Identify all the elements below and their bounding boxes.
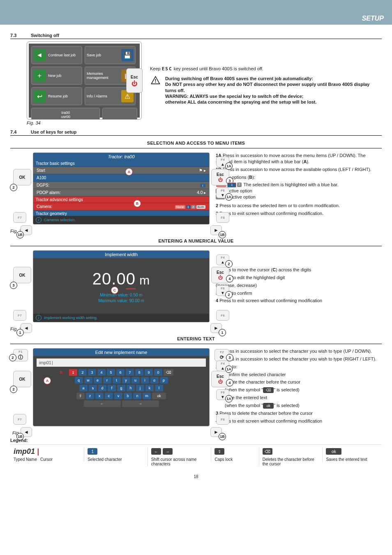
ok-button[interactable]: OK (13, 267, 31, 283)
arrow-left-icon: ← (84, 400, 121, 407)
block3-title: ENTERING TEXT (10, 336, 382, 341)
block2-desc: 1 Press to move the cursor (C) across th… (216, 250, 382, 305)
arrow-right-icon: → (122, 400, 159, 407)
fig35-caption: Fig. 35 (10, 229, 210, 234)
right-arrow-button[interactable]: ► (210, 427, 222, 437)
f2-button[interactable]: F2⟳ (214, 349, 229, 361)
shift-icon: ⇧ (214, 448, 224, 455)
esc-key[interactable]: Esc ⏻ (126, 68, 143, 93)
row-a100: A100 (33, 174, 209, 181)
dgps-badge: I (200, 184, 205, 187)
tile-resume-job: ↩Resume job (31, 87, 82, 105)
esc-button[interactable]: Esc⏻ (211, 267, 229, 283)
tile-implement (102, 108, 137, 120)
warning-triangle-icon: ! (150, 76, 161, 86)
backspace-icon: ⌫ (263, 387, 274, 393)
f1-button[interactable]: F1ⓘ (13, 349, 28, 361)
save-icon: 💾 (121, 49, 134, 61)
plus-icon: ＋ (33, 69, 46, 82)
fig36-screen: Implement width 20.00 m Minimum value: 0… (33, 250, 210, 322)
f7-button[interactable]: F7 (13, 414, 26, 425)
left-arrow-button[interactable]: ◄ (21, 323, 32, 333)
backspace-icon: ⌫ (263, 448, 272, 455)
fig34-screen: ◄Continue last job Save job💾 ＋New job Me… (27, 42, 142, 120)
f4-button[interactable]: F4▲ (216, 157, 229, 167)
kb-key: 1 (69, 369, 77, 376)
f6-button[interactable]: F6▼ (216, 187, 229, 198)
onscreen-keyboard: 1 2 3 4 5 6 7 8 9 0 ⌫ qwertyuiop (37, 369, 206, 407)
power-icon: ⏻ (218, 379, 223, 384)
fig36-caption: Fig. 36 (10, 326, 210, 331)
f4-button[interactable]: F4▲ (216, 254, 229, 265)
f8-button[interactable]: F8 (216, 310, 229, 321)
row-pdop: PDOP alarm:4.0 ▸ (33, 189, 209, 196)
chapter-title: SETUP (362, 15, 384, 22)
page-number: 18 (10, 474, 382, 479)
shift-icon: ⇧ (76, 393, 85, 399)
fig37-screen: Edit new implement name imp01| 1 2 3 4 5… (33, 348, 210, 426)
arrow-left-icon: ◄ (33, 49, 46, 61)
keep-esc-text: Keep ESC key pressed until Bravo 400S is… (150, 66, 382, 72)
tile-continue-job: ◄Continue last job (31, 46, 82, 64)
f8-button[interactable]: F8 (216, 212, 229, 223)
fig35-title: Tractor: tra00 (33, 153, 209, 160)
block2-title: ENTERING A NUMERICAL VALUE (10, 238, 382, 243)
info-icon: i (36, 315, 42, 321)
fig37-caption: Fig. 37 (12, 430, 210, 435)
section-7-4-head: 7.4 Use of keys for setup (10, 130, 382, 136)
info-icon: i (36, 217, 42, 223)
left-arrow-button[interactable]: ◄ (21, 225, 32, 235)
ok-button[interactable]: OK (13, 169, 31, 185)
arrow-right-icon: → (163, 448, 173, 455)
row-dgps: DGPS: I (33, 182, 209, 189)
power-icon: ⏻ (218, 177, 223, 182)
warning-block: ! During switching off Bravo 400S saves … (150, 76, 382, 105)
fig34-caption: Fig. 34 (27, 120, 142, 125)
right-arrow-button[interactable]: ► (210, 323, 222, 333)
f7-button[interactable]: F7 (13, 212, 26, 223)
section-7-3-head: 7.3 Switching off (10, 33, 382, 39)
right-arrow-button[interactable]: ► (210, 225, 222, 235)
section-num: 7.4 (10, 130, 23, 134)
power-icon: ⏻ (218, 275, 223, 280)
section-title: Switching off (31, 33, 59, 38)
fig35-screen: Tractor: tra00 Tractor basic settings St… (33, 153, 210, 224)
f7-button[interactable]: F7 (13, 310, 26, 321)
left-arrow-button[interactable]: ◄ (21, 427, 32, 437)
section-num: 7.3 (10, 33, 23, 38)
esc-inline: ESC (162, 66, 173, 72)
esc-button[interactable]: Esc⏻ (211, 169, 229, 185)
ok-button[interactable]: OK (13, 371, 31, 387)
row-camera: Camera: None12Both (33, 203, 209, 210)
row-start: Start⚑ ▸ (33, 167, 209, 174)
block1-desc: 1A Press in succession to move across th… (216, 153, 382, 218)
resume-icon: ↩ (33, 90, 46, 102)
tile-new-job: ＋New job (31, 67, 82, 85)
svg-text:!: ! (154, 78, 156, 84)
legend-row: imp01 | Typed Name Cursor 1 Selected cha… (10, 444, 382, 466)
numeric-value: 20.00 m (33, 258, 209, 288)
block1-title: SELECTION AND ACCESS TO MENU ITEMS (10, 141, 382, 146)
text-input: imp01| (37, 358, 206, 367)
tile-save-job: Save job💾 (85, 46, 136, 64)
top-grey-bar (0, 0, 392, 12)
block3-desc: 1A Press in succession to select the cha… (216, 348, 382, 426)
arrow-left-icon: ← (151, 448, 161, 455)
fig35-hint: iCameras selection. (33, 216, 209, 224)
backspace-icon: ⌫ (164, 369, 173, 376)
legend-label: Legend: (10, 438, 382, 443)
tile-tractor: tra00 usr00 (31, 108, 100, 120)
section-title: Use of keys for setup (31, 130, 76, 134)
f4-button[interactable]: F4▲ (216, 361, 229, 371)
esc-button[interactable]: Esc⏻ (211, 371, 229, 387)
header-bar: SETUP (0, 12, 392, 25)
f8-button[interactable]: F8 (216, 414, 229, 425)
power-icon: ⏻ (131, 80, 137, 87)
f6-button[interactable]: F6▼ (216, 389, 229, 400)
page-body: 7.3 Switching off ◄Continue last job Sav… (0, 25, 392, 491)
f6-button[interactable]: F6▼ (216, 285, 229, 296)
